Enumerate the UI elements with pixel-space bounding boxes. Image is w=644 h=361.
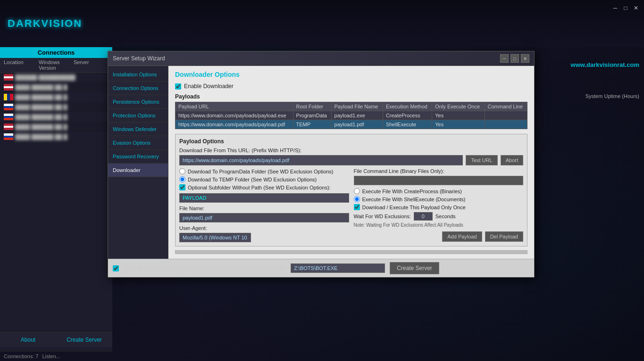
- subfolder-check-row: Optional Subfolder Without Path (See WD …: [179, 184, 349, 190]
- flag-ru-icon: [4, 133, 13, 140]
- useragent-input[interactable]: [179, 233, 251, 242]
- radio-temp[interactable]: [179, 176, 185, 182]
- nav-item-downloader[interactable]: Downloader: [108, 164, 168, 177]
- app-logo: DARKVISION: [8, 17, 82, 30]
- flag-us-icon: [4, 74, 13, 81]
- dialog-footer: Specify Output Name For Server Executabl…: [108, 259, 534, 277]
- subfolder-checkbox[interactable]: [179, 184, 185, 190]
- nav-item-windows-defender[interactable]: Windows Defender: [108, 123, 168, 136]
- flag-ru-icon: [4, 114, 13, 120]
- dialog-maximize-button[interactable]: □: [510, 54, 519, 63]
- nav-item-evasion[interactable]: Evasion Options: [108, 136, 168, 150]
- about-button[interactable]: About: [0, 333, 56, 347]
- useragent-label: User-Agent:: [179, 225, 349, 231]
- cell-url: https://www.domain.com/payloads/payload.…: [176, 120, 293, 129]
- file-cmd-input[interactable]: [354, 176, 524, 185]
- download-url-input[interactable]: [179, 155, 463, 165]
- flag-co-icon: [4, 94, 13, 100]
- radio-shellexecute-label: Execute File With ShellExecute (Document…: [362, 197, 466, 202]
- table-row[interactable]: https://www.domain.com/payloads/payload.…: [176, 111, 527, 120]
- url-row: Test URL Abort: [179, 155, 523, 165]
- system-uptime-label: System Uptime (Hours): [585, 93, 639, 99]
- dialog-close-button[interactable]: ✕: [521, 54, 529, 63]
- col-server: Server: [74, 59, 109, 71]
- list-item[interactable]: ████ ██████ ██ █: [0, 102, 112, 112]
- main-panel: Connections Location Windows Version Ser…: [0, 47, 112, 361]
- dialog-body: Installation Options Connection Options …: [108, 66, 534, 259]
- radio-shellexecute[interactable]: [354, 196, 360, 202]
- app-header: DARKVISION: [0, 0, 644, 47]
- cell-root-folder: ProgramData: [293, 111, 331, 120]
- options-two-col: Download To ProgramData Folder (See WD E…: [179, 168, 523, 242]
- execute-once-checkbox[interactable]: [354, 204, 360, 210]
- radio-temp-row: Download To TEMP Folder (See WD Exclusio…: [179, 176, 349, 182]
- horizontal-scrollbar[interactable]: [175, 250, 527, 254]
- cell-filename: payload1.exe: [331, 111, 383, 120]
- section-title: Downloader Options: [175, 71, 527, 78]
- enable-downloader-checkbox[interactable]: [175, 83, 181, 90]
- maximize-button[interactable]: □: [622, 5, 629, 11]
- table-row[interactable]: https://www.domain.com/payloads/payload.…: [176, 120, 527, 129]
- cell-exec-method: CreateProcess: [383, 111, 432, 120]
- execute-once-label: Download / Execute This Payload Only Onc…: [362, 205, 466, 210]
- connections-count: Connections: 7: [4, 353, 38, 359]
- minimize-button[interactable]: ─: [612, 5, 619, 11]
- add-payload-button[interactable]: Add Payload: [442, 231, 482, 242]
- list-item[interactable]: ████ ██████ ██ █: [0, 82, 112, 92]
- nav-item-persistence[interactable]: Persistence Options: [108, 95, 168, 109]
- filename-label: File Name:: [179, 205, 349, 211]
- filename-input[interactable]: [179, 213, 349, 222]
- del-payload-button[interactable]: Del Payload: [485, 231, 523, 242]
- list-item[interactable]: ████ ██████ ██ █: [0, 122, 112, 132]
- bottom-actions: About Create Server: [0, 332, 112, 347]
- create-server-button[interactable]: Create Server: [390, 262, 439, 274]
- wait-wd-input[interactable]: [414, 212, 433, 221]
- dialog-content-area: Downloader Options Enable Downloader Pay…: [168, 66, 534, 259]
- table-header-only-once: Only Execute Once: [432, 102, 485, 111]
- output-path-input[interactable]: [291, 263, 385, 273]
- radio-createprocess[interactable]: [354, 188, 360, 194]
- dialog-minimize-button[interactable]: ─: [500, 54, 509, 63]
- subfolder-input[interactable]: [179, 193, 349, 203]
- abort-button[interactable]: Abort: [501, 155, 523, 165]
- test-url-button[interactable]: Test URL: [466, 155, 497, 165]
- payload-options-box: Payload Options Download File From This …: [175, 134, 527, 246]
- flag-us-icon: [4, 123, 13, 130]
- flag-ru-icon: [4, 104, 13, 110]
- nav-item-installation[interactable]: Installation Options: [108, 68, 168, 82]
- execute-once-row: Download / Execute This Payload Only Onc…: [354, 204, 524, 210]
- dialog-title: Server Setup Wizard: [113, 55, 165, 62]
- table-header-cmd-line: Command Line: [485, 102, 527, 111]
- list-item[interactable]: ████ ██████ ██ █: [0, 132, 112, 142]
- left-options-col: Download To ProgramData Folder (See WD E…: [179, 168, 349, 242]
- table-header-root-folder: Root Folder: [293, 102, 331, 111]
- cell-url: https://www.domain.com/payloads/payload.…: [176, 111, 293, 120]
- main-window-controls: ─ □ ✕: [612, 5, 639, 11]
- seconds-label: Seconds: [435, 213, 456, 219]
- note-text: Note: Waiting For WD Exclusions Affect A…: [354, 222, 524, 228]
- list-item[interactable]: ████ ██████ ██ █: [0, 92, 112, 102]
- cell-cmd-line: [485, 120, 527, 129]
- flag-us-icon: [4, 84, 13, 90]
- col-windows-version: Windows Version: [39, 59, 74, 71]
- radio-createprocess-row: Execute File With CreateProcess (Binarie…: [354, 188, 524, 194]
- list-item[interactable]: ████ ██████ ██ █: [0, 112, 112, 122]
- nav-item-password-recovery[interactable]: Password Recovery: [108, 150, 168, 164]
- nav-item-connection[interactable]: Connection Options: [108, 82, 168, 95]
- right-options-col: File Command Line (Binary Files Only): E…: [354, 168, 524, 242]
- enable-downloader-label: Enable Downloader: [184, 83, 234, 90]
- nav-item-protection[interactable]: Protection Options: [108, 109, 168, 123]
- payloads-label: Payloads: [175, 93, 527, 100]
- list-item[interactable]: ██████ ██████████: [0, 73, 112, 82]
- cell-only-once: Yes: [432, 111, 485, 120]
- wait-wd-row: Wait For WD Exclusions: Seconds: [354, 212, 524, 221]
- close-button[interactable]: ✕: [633, 5, 639, 11]
- radio-programdata[interactable]: [179, 168, 185, 174]
- payload-table: Payload URL Root Folder Payload File Nam…: [175, 102, 527, 129]
- create-server-button-main[interactable]: Create Server: [56, 333, 112, 347]
- connections-table-header: Location Windows Version Server: [0, 58, 112, 73]
- specify-output-label: Specify Output Name For Server Executabl…: [124, 265, 286, 271]
- radio-programdata-row: Download To ProgramData Folder (See WD E…: [179, 168, 349, 174]
- website-url: www.darkvisionrat.com: [571, 61, 639, 68]
- specify-output-checkbox[interactable]: [113, 265, 119, 271]
